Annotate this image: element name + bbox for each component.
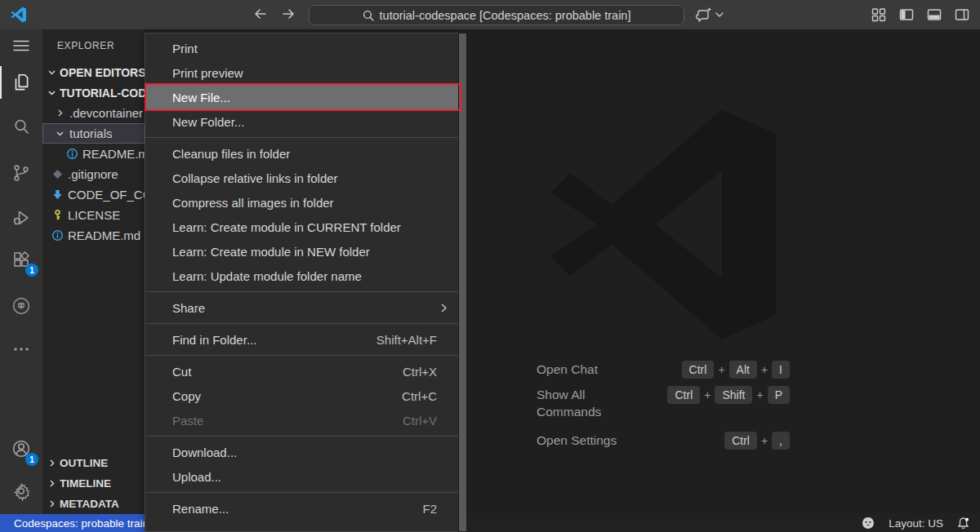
arrow-down-icon bbox=[51, 188, 64, 201]
extensions-icon[interactable]: 1 bbox=[0, 242, 42, 277]
chevron-right-icon bbox=[56, 109, 65, 117]
watermark-shortcut-list: Open Chat Ctrl + Alt + I Show All Comman… bbox=[537, 361, 790, 457]
keycap: I bbox=[772, 361, 790, 379]
menu-item-cut[interactable]: Cut Ctrl+X bbox=[145, 359, 458, 383]
menu-item-download[interactable]: Download... bbox=[145, 440, 458, 464]
menu-separator bbox=[145, 137, 458, 138]
menu-scrollbar[interactable] bbox=[459, 33, 466, 531]
menu-separator bbox=[145, 291, 458, 292]
keycap: Ctrl bbox=[682, 361, 715, 379]
search-icon bbox=[363, 10, 374, 21]
menu-item-learn-create-new[interactable]: Learn: Create module in NEW folder bbox=[145, 239, 458, 264]
account-badge: 1 bbox=[25, 453, 38, 466]
menu-separator bbox=[145, 492, 458, 493]
nav-forward-icon[interactable] bbox=[281, 7, 296, 21]
tree-item-gitignore[interactable]: .gitignore bbox=[42, 164, 145, 184]
layout-grid-icon[interactable] bbox=[871, 7, 887, 23]
diamond-icon bbox=[51, 169, 64, 180]
menu-item-collapse-links[interactable]: Collapse relative links in folder bbox=[145, 166, 458, 190]
panel-bottom-icon[interactable] bbox=[926, 7, 942, 23]
keycap: Shift bbox=[715, 386, 752, 404]
chevron-down-icon bbox=[56, 129, 65, 138]
menu-item-paste: Paste Ctrl+V bbox=[145, 408, 458, 432]
titlebar: tutorial-codespace [Codespaces: probable… bbox=[0, 0, 980, 29]
chevron-right-icon bbox=[47, 459, 56, 468]
keycap: , bbox=[772, 432, 790, 450]
nav-back-icon[interactable] bbox=[253, 7, 268, 21]
explorer-context-menu: Print Print preview New File... New Fold… bbox=[145, 33, 458, 532]
keycap: Alt bbox=[729, 361, 757, 379]
menu-item-find-in-folder[interactable]: Find in Folder... Shift+Alt+F bbox=[145, 327, 458, 352]
vscode-window: tutorial-codespace [Codespaces: probable… bbox=[0, 0, 980, 532]
panel-left-icon[interactable] bbox=[898, 7, 915, 23]
explorer-sidebar: EXPLORER OPEN EDITORS TUTORIAL-CODESPACE… bbox=[42, 29, 145, 514]
menu-item-compress-images[interactable]: Compress all images in folder bbox=[145, 190, 458, 215]
tree-item-readme-root[interactable]: README.md bbox=[42, 225, 145, 246]
keycap: Ctrl bbox=[724, 432, 757, 450]
tree-item-license[interactable]: LICENSE bbox=[42, 205, 145, 225]
more-icon[interactable] bbox=[0, 331, 42, 367]
menu-separator bbox=[145, 436, 458, 437]
menu-separator bbox=[145, 355, 458, 356]
chevron-right-icon bbox=[47, 499, 56, 508]
keyboard-layout-indicator[interactable]: Layout: US bbox=[889, 517, 943, 530]
menu-item-copy[interactable]: Copy Ctrl+C bbox=[145, 383, 458, 408]
chevron-right-icon bbox=[47, 479, 56, 488]
tree-item-readme-nested[interactable]: README.md bbox=[42, 144, 145, 164]
extensions-badge: 1 bbox=[25, 264, 38, 277]
vscode-watermark-icon bbox=[543, 102, 788, 347]
account-icon[interactable]: 1 bbox=[0, 431, 42, 467]
submenu-chevron-right-icon bbox=[440, 302, 448, 316]
info-icon bbox=[51, 229, 64, 242]
command-center-search[interactable]: tutorial-codespace [Codespaces: probable… bbox=[309, 5, 684, 25]
explorer-icon[interactable] bbox=[0, 64, 42, 100]
menu-item-learn-update-name[interactable]: Learn: Update module folder name bbox=[145, 264, 458, 288]
chevron-down-icon[interactable] bbox=[715, 11, 724, 18]
info-icon bbox=[65, 148, 78, 160]
chevron-down-icon bbox=[47, 88, 56, 97]
section-metadata[interactable]: METADATA bbox=[42, 494, 145, 514]
menu-item-rename[interactable]: Rename... F2 bbox=[145, 496, 458, 521]
github-icon[interactable] bbox=[0, 288, 42, 324]
section-open-editors[interactable]: OPEN EDITORS bbox=[42, 62, 145, 82]
remote-indicator[interactable]: Codespaces: probable train bbox=[0, 514, 145, 532]
chevron-down-icon bbox=[47, 68, 56, 77]
menu-icon[interactable] bbox=[0, 28, 42, 64]
shortcut-show-all-commands: Show All Commands Ctrl + Shift + P bbox=[537, 386, 790, 420]
panel-right-icon[interactable] bbox=[954, 7, 970, 23]
menu-separator bbox=[145, 323, 458, 324]
tree-item-tutorials[interactable]: tutorials bbox=[42, 123, 145, 144]
explorer-title: EXPLORER bbox=[42, 29, 145, 62]
search-icon[interactable] bbox=[0, 109, 42, 144]
github-icon[interactable] bbox=[861, 516, 875, 530]
menu-item-upload[interactable]: Upload... bbox=[145, 464, 458, 489]
tree-item-devcontainer[interactable]: .devcontainer bbox=[42, 103, 145, 123]
menu-item-share[interactable]: Share bbox=[145, 295, 458, 320]
keycap: P bbox=[768, 386, 790, 404]
keycap: Ctrl bbox=[667, 386, 700, 404]
section-root-folder[interactable]: TUTORIAL-CODESPACE bbox=[42, 82, 145, 103]
menu-item-print[interactable]: Print bbox=[145, 36, 458, 60]
section-outline[interactable]: OUTLINE bbox=[42, 453, 145, 473]
menu-item-learn-create-current[interactable]: Learn: Create module in CURRENT folder bbox=[145, 215, 458, 239]
vscode-logo-icon bbox=[11, 7, 27, 23]
menu-item-print-preview[interactable]: Print preview bbox=[145, 60, 458, 85]
shortcut-open-settings: Open Settings Ctrl + , bbox=[537, 432, 790, 450]
key-icon bbox=[51, 209, 64, 221]
menu-item-new-folder[interactable]: New Folder... bbox=[145, 109, 458, 134]
shortcut-open-chat: Open Chat Ctrl + Alt + I bbox=[537, 361, 790, 379]
tree-item-code-of-conduct[interactable]: CODE_OF_CONDUCT.md bbox=[42, 184, 145, 205]
activity-bar: 1 1 bbox=[0, 29, 42, 514]
copilot-icon[interactable] bbox=[695, 7, 713, 23]
search-value: tutorial-codespace [Codespaces: probable… bbox=[380, 9, 631, 22]
source-control-icon[interactable] bbox=[0, 155, 42, 191]
menu-item-new-file[interactable]: New File... bbox=[145, 85, 458, 109]
run-debug-icon[interactable] bbox=[0, 200, 42, 236]
menu-item-cleanup-files[interactable]: Cleanup files in folder bbox=[145, 141, 458, 166]
section-timeline[interactable]: TIMELINE bbox=[42, 473, 145, 494]
settings-gear-icon[interactable] bbox=[0, 473, 42, 509]
notification-bell-icon[interactable] bbox=[956, 516, 970, 530]
